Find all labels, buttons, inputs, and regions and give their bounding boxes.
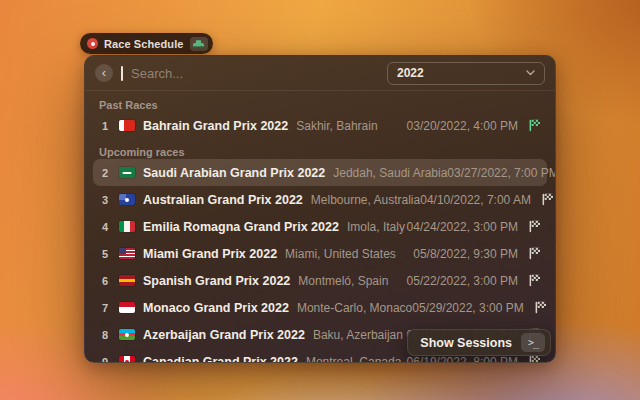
country-flag-canada: [119, 356, 135, 363]
checkered-flag-icon: [528, 274, 541, 287]
race-car-icon: [190, 37, 208, 51]
country-flag-spain: [119, 275, 135, 286]
race-list: Past Races1Bahrain Grand Prix 2022Sakhir…: [85, 91, 555, 363]
section-header: Upcoming races: [93, 139, 547, 159]
race-datetime: 05/8/2022, 9:30 PM: [413, 247, 518, 261]
race-title: Monaco Grand Prix 2022: [143, 301, 289, 315]
race-location: Imola, Italy: [347, 220, 405, 234]
race-number: 3: [99, 194, 111, 206]
enter-key-icon: >_: [521, 333, 545, 352]
race-datetime: 04/24/2022, 3:00 PM: [407, 220, 518, 234]
race-number: 2: [99, 167, 111, 179]
race-number: 9: [99, 356, 111, 364]
race-number: 5: [99, 248, 111, 260]
race-datetime: 03/27/2022, 7:00 PM: [447, 166, 556, 180]
country-flag-italy: [119, 221, 135, 232]
window-title-pill[interactable]: Race Schedule: [80, 33, 213, 54]
country-flag-saudi: [119, 167, 135, 178]
season-dropdown-value: 2022: [397, 66, 424, 80]
search-input[interactable]: [131, 66, 301, 81]
checkered-flag-icon: [528, 355, 541, 363]
back-button[interactable]: ‹: [95, 64, 113, 82]
race-title: Azerbaijan Grand Prix 2022: [143, 328, 305, 342]
race-row[interactable]: 1Bahrain Grand Prix 2022Sakhir, Bahrain0…: [93, 112, 547, 139]
race-location: Miami, United States: [285, 247, 396, 261]
race-location: Montmeló, Spain: [298, 274, 388, 288]
race-row[interactable]: 2Saudi Arabian Grand Prix 2022Jeddah, Sa…: [93, 159, 547, 186]
text-cursor: [121, 66, 123, 81]
country-flag-australia: [119, 194, 135, 205]
race-title: Miami Grand Prix 2022: [143, 247, 277, 261]
race-location: Jeddah, Saudi Arabia: [333, 166, 447, 180]
race-number: 1: [99, 120, 111, 132]
race-location: Melbourne, Australia: [311, 193, 420, 207]
race-datetime: 05/29/2022, 3:00 PM: [412, 301, 523, 315]
race-row[interactable]: 3Australian Grand Prix 2022Melbourne, Au…: [93, 186, 547, 213]
race-location: Montreal, Canada: [306, 355, 401, 364]
race-number: 7: [99, 302, 111, 314]
race-datetime: 04/10/2022, 7:00 AM: [420, 193, 531, 207]
desktop-background: { "pill": { "title": "Race Schedule" }, …: [0, 0, 640, 400]
country-flag-bahrain: [119, 120, 135, 131]
country-flag-azerbaijan: [119, 329, 135, 340]
season-dropdown[interactable]: 2022: [387, 62, 545, 85]
race-row[interactable]: 5Miami Grand Prix 2022Miami, United Stat…: [93, 240, 547, 267]
search-bar: ‹ 2022: [85, 56, 555, 90]
race-number: 8: [99, 329, 111, 341]
race-title: Canadian Grand Prix 2022: [143, 355, 298, 364]
primary-action-label: Show Sessions: [420, 336, 512, 350]
country-flag-usa: [119, 248, 135, 259]
race-datetime: 03/20/2022, 4:00 PM: [407, 119, 518, 133]
pill-title: Race Schedule: [104, 38, 184, 50]
race-number: 6: [99, 275, 111, 287]
race-title: Bahrain Grand Prix 2022: [143, 119, 288, 133]
race-row[interactable]: 6Spanish Grand Prix 2022Montmeló, Spain0…: [93, 267, 547, 294]
race-title: Australian Grand Prix 2022: [143, 193, 303, 207]
race-location: Monte-Carlo, Monaco: [297, 301, 412, 315]
race-datetime: 05/22/2022, 3:00 PM: [407, 274, 518, 288]
race-row[interactable]: 7Monaco Grand Prix 2022Monte-Carlo, Mona…: [93, 294, 547, 321]
checkered-flag-icon: [528, 119, 541, 132]
chevron-down-icon: [526, 70, 535, 76]
country-flag-monaco: [119, 302, 135, 313]
race-title: Emilia Romagna Grand Prix 2022: [143, 220, 339, 234]
race-number: 4: [99, 221, 111, 233]
race-location: Sakhir, Bahrain: [296, 119, 377, 133]
primary-action-hint[interactable]: Show Sessions >_: [407, 329, 551, 356]
race-title: Saudi Arabian Grand Prix 2022: [143, 166, 325, 180]
race-title: Spanish Grand Prix 2022: [143, 274, 290, 288]
race-row[interactable]: 4Emilia Romagna Grand Prix 2022Imola, It…: [93, 213, 547, 240]
race-location: Baku, Azerbaijan: [313, 328, 403, 342]
checkered-flag-icon: [541, 193, 554, 206]
checkered-flag-icon: [528, 247, 541, 260]
record-icon: [87, 38, 98, 49]
race-schedule-window: ‹ 2022 Past Races1Bahrain Grand Prix 202…: [84, 55, 556, 363]
section-header: Past Races: [93, 92, 547, 112]
checkered-flag-icon: [534, 301, 547, 314]
checkered-flag-icon: [528, 220, 541, 233]
